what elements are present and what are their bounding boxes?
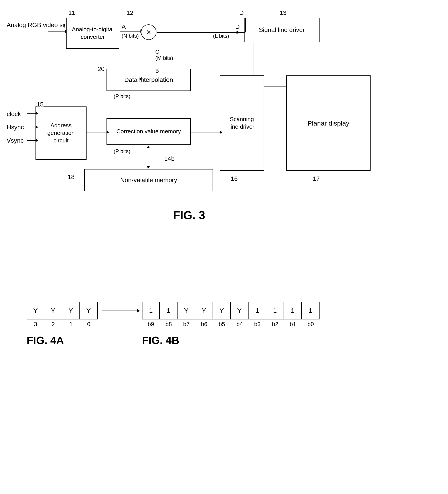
arrow-adc-mult bbox=[120, 31, 141, 32]
line-vert-to-signal bbox=[245, 18, 246, 32]
m-bits-label: (M bits) bbox=[155, 55, 173, 61]
arrow-hsync bbox=[27, 127, 36, 127]
correction-mem-box: Correction value memory bbox=[107, 118, 191, 145]
arrow-addr-to-corr bbox=[87, 132, 107, 132]
ref-14b: 14b bbox=[164, 155, 175, 162]
ref-20: 20 bbox=[98, 65, 104, 73]
fig4a-lbl-2: 2 bbox=[44, 321, 62, 328]
fig4b-lbl-b7: b7 bbox=[177, 321, 195, 328]
fig4b-cell-1f: 1 bbox=[302, 302, 320, 320]
clock-label: clock bbox=[7, 111, 21, 118]
fig4a-cell-y3: Y bbox=[27, 302, 44, 320]
arrow-down-bidir bbox=[147, 166, 150, 169]
arrow-interp-to-mult bbox=[141, 79, 151, 79]
fig4b-cell-1c: 1 bbox=[249, 302, 266, 320]
fig4a-cell-y2: Y bbox=[44, 302, 62, 320]
analog-rgb-label: Analog RGB video signal bbox=[7, 21, 76, 29]
fig4a-group: Y Y Y Y 3 2 1 0 FIG. 4A bbox=[27, 302, 98, 328]
arrow-up-bidir bbox=[147, 146, 150, 148]
line-b-connect bbox=[149, 70, 149, 71]
c-label: C bbox=[155, 49, 159, 55]
fig4b-lbl-b4: b4 bbox=[231, 321, 249, 328]
fig4b-labels: b9 b8 b7 b6 b5 b4 b3 b2 b1 b0 bbox=[142, 321, 320, 328]
adc-box: Analog-to-digitalconverter bbox=[66, 18, 119, 49]
ref-13: 13 bbox=[280, 9, 286, 16]
fig4b-cell-1e: 1 bbox=[284, 302, 302, 320]
p-bits-bot-label: (P bits) bbox=[114, 148, 130, 154]
fig3-label: FIG. 3 bbox=[173, 209, 205, 222]
fig4b-lbl-b0: b0 bbox=[302, 321, 320, 328]
p-bits-top-label: (P bits) bbox=[114, 93, 130, 99]
vsync-label: Vsync bbox=[7, 137, 24, 144]
ref-15: 15 bbox=[37, 101, 43, 108]
fig4b-lbl-b5: b5 bbox=[213, 321, 231, 328]
b-label: B bbox=[155, 68, 159, 74]
fig4a-cell-y0: Y bbox=[80, 302, 98, 320]
fig4b-cell-1a: 1 bbox=[142, 302, 160, 320]
multiplier-symbol: × bbox=[141, 25, 156, 40]
fig4a-lbl-3: 3 bbox=[27, 321, 44, 328]
fig4b-lbl-b3: b3 bbox=[249, 321, 266, 328]
fig4b-label: FIG. 4B bbox=[142, 334, 179, 346]
arrow-clock bbox=[27, 113, 36, 113]
fig4b-group: 1 1 Y Y Y Y 1 1 1 1 b9 b8 b7 b6 b5 b4 b3… bbox=[142, 302, 320, 328]
fig4b-cell-y2: Y bbox=[195, 302, 213, 320]
fig4b-cell-y0: Y bbox=[231, 302, 249, 320]
arrow-4a-to-4b bbox=[102, 310, 137, 311]
fig4b-cell-1b: 1 bbox=[160, 302, 177, 320]
fig4a-lbl-0: 0 bbox=[80, 321, 98, 328]
ref-d-label: D bbox=[239, 9, 244, 16]
fig4a-cell-y1: Y bbox=[62, 302, 80, 320]
fig4a-labels: 3 2 1 0 bbox=[27, 321, 98, 328]
line-corr-to-nonvol bbox=[149, 145, 149, 169]
fig4b-lbl-b8: b8 bbox=[160, 321, 177, 328]
l-bits-label: (L bits) bbox=[213, 33, 229, 39]
data-interpolation-box: Data interpolation bbox=[107, 69, 191, 91]
fig4b-cell-1d: 1 bbox=[266, 302, 284, 320]
scanning-driver-box: Scanningline driver bbox=[220, 75, 264, 171]
arrow-input-adc bbox=[48, 31, 65, 32]
d-label-top: D bbox=[235, 23, 240, 30]
fig4b-table: 1 1 Y Y Y Y 1 1 1 1 bbox=[142, 302, 320, 320]
fig4b-cell-y1: Y bbox=[213, 302, 231, 320]
ref-16: 16 bbox=[231, 175, 238, 182]
address-gen-box: Addressgenerationcircuit bbox=[36, 107, 87, 160]
fig4b-lbl-b1: b1 bbox=[284, 321, 302, 328]
fig4a-label: FIG. 4A bbox=[27, 334, 64, 346]
fig4a-lbl-1: 1 bbox=[62, 321, 80, 328]
diagram-fig3: 11 12 D 13 Analog RGB video signal Analo… bbox=[0, 0, 448, 244]
arrow-vsync bbox=[27, 140, 36, 141]
arrow-corr-to-scan bbox=[191, 132, 220, 132]
arrow-interp-to-corr bbox=[149, 91, 149, 120]
ref-12: 12 bbox=[126, 9, 133, 16]
line-mult-down bbox=[149, 40, 149, 70]
fig4b-lbl-b9: b9 bbox=[142, 321, 160, 328]
ref-11: 11 bbox=[68, 9, 75, 16]
signal-driver-box: Signal line driver bbox=[244, 18, 320, 42]
line-to-signal-driver bbox=[237, 32, 245, 33]
ref-18: 18 bbox=[68, 173, 75, 181]
nonvol-mem-box: Non-valatile memory bbox=[84, 169, 213, 191]
arrow-mult-out bbox=[157, 32, 237, 33]
fig4b-lbl-b2: b2 bbox=[266, 321, 284, 328]
ref-17: 17 bbox=[313, 175, 320, 182]
a-label: A bbox=[122, 23, 126, 30]
fig4b-cell-y3: Y bbox=[177, 302, 195, 320]
fig4b-lbl-b6: b6 bbox=[195, 321, 213, 328]
n-bits-label: (N bits) bbox=[122, 33, 139, 39]
fig4a-table: Y Y Y Y bbox=[27, 302, 98, 320]
hsync-label: Hsync bbox=[7, 124, 24, 131]
planar-display-box: Planar display bbox=[286, 75, 371, 171]
